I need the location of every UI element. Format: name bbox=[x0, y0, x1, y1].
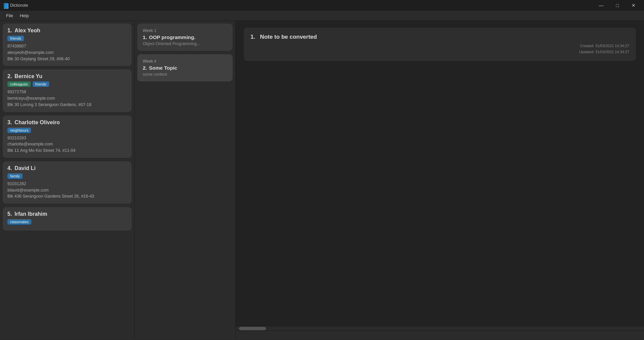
app-title: Dictionote bbox=[10, 3, 28, 8]
detail-panel: 1. Note to be converted Created: 31/03/2… bbox=[236, 21, 644, 340]
detail-meta-1: Created: 31/03/2021 14:34:27 Updated: 31… bbox=[250, 43, 629, 55]
contact-card-1[interactable]: 1.Alex Yeoh friends 87438807 alexyeoh@ex… bbox=[3, 24, 132, 66]
detail-bottom-bars bbox=[236, 326, 644, 340]
scrollbar-thumb[interactable] bbox=[239, 327, 266, 330]
contact-email-3: charlotte@example.com bbox=[7, 141, 127, 147]
title-bar: 📘 Dictionote — □ ✕ bbox=[0, 0, 644, 11]
contact-name-3: 3.Charlotte Oliveiro bbox=[7, 120, 127, 126]
menu-help[interactable]: Help bbox=[16, 12, 32, 20]
contact-name-2: 2.Bernice Yu bbox=[7, 73, 127, 79]
window-controls: — □ ✕ bbox=[594, 0, 641, 11]
note-week-2: Week # bbox=[143, 59, 227, 64]
tags-row-5: classmates bbox=[7, 219, 127, 225]
detail-note-title-1: 1. Note to be converted bbox=[250, 34, 629, 40]
detail-bar-bottom bbox=[236, 331, 644, 340]
note-card-2[interactable]: Week # 2.Some Topic some content bbox=[137, 54, 233, 81]
tags-row-1: friends bbox=[7, 36, 127, 41]
note-title-1: 1.OOP programming. bbox=[143, 34, 227, 40]
contact-address-4: Blk 436 Serangoon Gardens Street 26, #16… bbox=[7, 193, 127, 200]
contact-card-2[interactable]: 2.Bernice Yu colleagues friends 99272758… bbox=[3, 69, 132, 112]
tag-classmates-5: classmates bbox=[7, 219, 31, 225]
note-preview-2: some content bbox=[143, 72, 227, 77]
contact-name-5: 5.Irfan Ibrahim bbox=[7, 211, 127, 217]
contacts-panel[interactable]: 1.Alex Yeoh friends 87438807 alexyeoh@ex… bbox=[0, 21, 135, 340]
notes-panel[interactable]: Week 1 1.OOP programming. Object-Oriente… bbox=[135, 21, 236, 340]
detail-note-title-text-1: Note to be converted bbox=[260, 34, 317, 40]
contact-card-4[interactable]: 4.David Li family 91031282 lidavid@examp… bbox=[3, 161, 132, 204]
note-week-1: Week 1 bbox=[143, 28, 227, 33]
tag-family-4: family bbox=[7, 173, 23, 179]
contact-phone-3: 93210283 bbox=[7, 135, 127, 141]
title-bar-left: 📘 Dictionote bbox=[3, 3, 28, 8]
detail-note-number-1: 1. bbox=[250, 34, 259, 40]
contact-email-1: alexyeoh@example.com bbox=[7, 49, 127, 56]
tags-row-4: family bbox=[7, 173, 127, 179]
tag-friends-1: friends bbox=[7, 36, 24, 41]
contact-phone-1: 87438807 bbox=[7, 43, 127, 49]
contact-phone-4: 91031282 bbox=[7, 181, 127, 187]
contact-address-3: Blk 11 Ang Mo Kio Street 74, #11-04 bbox=[7, 147, 127, 154]
horizontal-scrollbar[interactable] bbox=[236, 326, 644, 331]
contact-card-5[interactable]: 5.Irfan Ibrahim classmates bbox=[3, 207, 132, 231]
close-button[interactable]: ✕ bbox=[626, 0, 641, 11]
contact-email-4: lidavid@example.com bbox=[7, 187, 127, 194]
contact-phone-2: 99272758 bbox=[7, 89, 127, 95]
contact-address-2: Blk 30 Lorong 3 Serangoon Gardens, #07-1… bbox=[7, 102, 127, 108]
detail-content[interactable]: 1. Note to be converted Created: 31/03/2… bbox=[236, 21, 644, 326]
detail-created-1: Created: 31/03/2021 14:34:27 bbox=[250, 43, 629, 49]
maximize-button[interactable]: □ bbox=[610, 0, 625, 11]
main-container: 1.Alex Yeoh friends 87438807 alexyeoh@ex… bbox=[0, 21, 644, 340]
contact-name-4: 4.David Li bbox=[7, 165, 127, 171]
tags-row-2: colleagues friends bbox=[7, 81, 127, 87]
note-card-1[interactable]: Week 1 1.OOP programming. Object-Oriente… bbox=[137, 24, 233, 51]
menu-bar: File Help bbox=[0, 11, 644, 21]
tags-row-3: neighbours bbox=[7, 128, 127, 133]
contact-address-1: Blk 30 Geylang Street 29, #06-40 bbox=[7, 56, 127, 62]
minimize-button[interactable]: — bbox=[594, 0, 609, 11]
tag-neighbours-3: neighbours bbox=[7, 128, 31, 133]
note-preview-1: Object-Oriented Programming... bbox=[143, 41, 227, 46]
tag-colleagues-2: colleagues bbox=[7, 81, 31, 87]
note-title-2: 2.Some Topic bbox=[143, 65, 227, 71]
contact-email-2: berniceyu@example.com bbox=[7, 95, 127, 102]
contact-card-3[interactable]: 3.Charlotte Oliveiro neighbours 93210283… bbox=[3, 115, 132, 158]
contact-name-1: 1.Alex Yeoh bbox=[7, 28, 127, 34]
app-icon: 📘 bbox=[3, 3, 8, 8]
detail-updated-1: Updated: 31/03/2021 14:34:27 bbox=[250, 49, 629, 55]
tag-friends-2: friends bbox=[33, 81, 49, 87]
detail-note-item-1: 1. Note to be converted Created: 31/03/2… bbox=[244, 28, 636, 61]
menu-file[interactable]: File bbox=[3, 12, 16, 20]
